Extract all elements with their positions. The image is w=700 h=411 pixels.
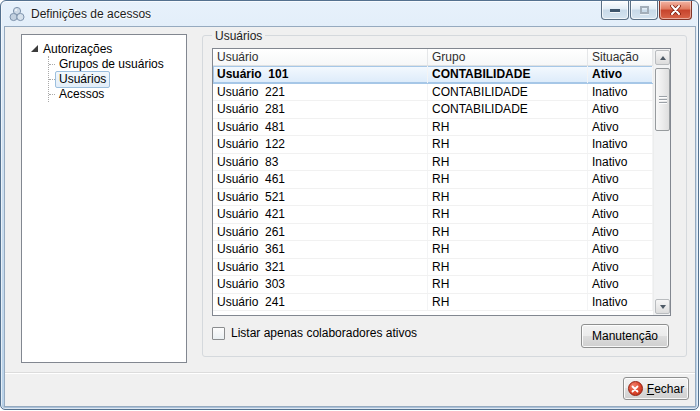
user-table-header: Usuário Grupo Situação	[213, 49, 670, 66]
authorization-tree: Autorizações Grupos de usuários Usuários…	[21, 34, 187, 363]
cell-usuario: Usuário 321	[213, 259, 428, 276]
cell-usuario: Usuário 303	[213, 276, 428, 293]
cell-usuario: Usuário 361	[213, 241, 428, 258]
cell-grupo: RH	[428, 154, 588, 171]
close-window-button[interactable]	[659, 1, 692, 20]
active-only-row: Listar apenas colaboradores ativos	[212, 326, 417, 340]
cell-usuario: Usuário 122	[213, 136, 428, 153]
cell-grupo: RH	[428, 119, 588, 136]
table-row[interactable]: Usuário 241 RH Inativo	[213, 294, 653, 312]
cell-situacao: Inativo	[588, 84, 653, 101]
cell-usuario: Usuário 221	[213, 84, 428, 101]
tree-item-label: Acessos	[55, 86, 108, 103]
minimize-icon	[610, 9, 620, 12]
cell-grupo: RH	[428, 276, 588, 293]
column-header-grupo[interactable]: Grupo	[428, 49, 588, 65]
cell-grupo: RH	[428, 206, 588, 223]
cell-usuario: Usuário 83	[213, 154, 428, 171]
table-row[interactable]: Usuário 261 RH Ativo	[213, 224, 653, 242]
cell-usuario: Usuário 261	[213, 224, 428, 241]
cell-grupo: RH	[428, 171, 588, 188]
column-header-situacao[interactable]: Situação	[588, 49, 653, 65]
close-button[interactable]: Fechar	[623, 377, 689, 400]
minimize-button[interactable]	[601, 1, 629, 20]
cell-situacao: Ativo	[588, 276, 653, 293]
table-row[interactable]: Usuário 321 RH Ativo	[213, 259, 653, 277]
dialog-window: Definições de acessos Aut	[0, 0, 699, 410]
cell-situacao: Inativo	[588, 154, 653, 171]
cell-situacao: Ativo	[588, 119, 653, 136]
table-row[interactable]: Usuário 221 CONTABILIDADE Inativo	[213, 84, 653, 102]
tree-root-label: Autorizações	[43, 42, 112, 56]
cell-grupo: RH	[428, 294, 588, 311]
user-table: Usuário Grupo Situação Usuário 101 CONTA…	[212, 48, 671, 316]
close-action-icon	[628, 381, 643, 396]
column-header-usuario[interactable]: Usuário	[213, 49, 428, 65]
cell-situacao: Ativo	[588, 259, 653, 276]
vertical-scrollbar[interactable]	[653, 49, 670, 315]
table-row[interactable]: Usuário 83 RH Inativo	[213, 154, 653, 172]
table-row[interactable]: Usuário 122 RH Inativo	[213, 136, 653, 154]
table-row[interactable]: Usuário 281 CONTABILIDADE Ativo	[213, 101, 653, 119]
cell-situacao: Ativo	[588, 189, 653, 206]
cell-situacao: Ativo	[588, 241, 653, 258]
dialog-client-area: Autorizações Grupos de usuários Usuários…	[4, 26, 696, 407]
cell-grupo: RH	[428, 224, 588, 241]
scroll-down-icon	[660, 305, 666, 309]
cell-usuario: Usuário 461	[213, 171, 428, 188]
cell-usuario: Usuário 481	[213, 119, 428, 136]
maintenance-button[interactable]: Manutenção	[581, 324, 669, 348]
table-row[interactable]: Usuário 521 RH Ativo	[213, 189, 653, 207]
table-row[interactable]: Usuário 361 RH Ativo	[213, 241, 653, 259]
table-row[interactable]: Usuário 481 RH Ativo	[213, 119, 653, 137]
titlebar[interactable]: Definições de acessos	[1, 1, 698, 26]
cell-grupo: CONTABILIDADE	[428, 101, 588, 118]
maintenance-button-label: Manutenção	[592, 329, 658, 343]
maximize-button[interactable]	[630, 1, 658, 20]
tree-node-acessos[interactable]: Acessos	[49, 87, 182, 102]
cell-situacao: Ativo	[588, 101, 653, 118]
cell-situacao: Inativo	[588, 136, 653, 153]
close-icon	[670, 5, 681, 15]
tree-node-usuarios[interactable]: Usuários	[49, 72, 182, 87]
scrollbar-thumb[interactable]	[655, 68, 670, 131]
groupbox-label: Usuários	[212, 29, 265, 43]
cell-grupo: RH	[428, 136, 588, 153]
close-button-label: Fechar	[647, 382, 684, 396]
table-row[interactable]: Usuário 461 RH Ativo	[213, 171, 653, 189]
cell-situacao: Ativo	[588, 206, 653, 223]
bottom-bar: Fechar	[5, 374, 695, 406]
user-table-body: Usuário 101 CONTABILIDADE Ativo Usuário …	[213, 66, 653, 315]
cell-usuario: Usuário 101	[213, 66, 428, 83]
cell-grupo: RH	[428, 241, 588, 258]
table-row[interactable]: Usuário 421 RH Ativo	[213, 206, 653, 224]
cell-grupo: RH	[428, 189, 588, 206]
scrollbar-grip-icon	[659, 96, 667, 104]
cell-usuario: Usuário 521	[213, 189, 428, 206]
active-only-label[interactable]: Listar apenas colaboradores ativos	[231, 326, 417, 340]
table-row[interactable]: Usuário 303 RH Ativo	[213, 276, 653, 294]
app-icon	[9, 6, 25, 22]
tree-children: Grupos de usuários Usuários Acessos	[48, 56, 182, 102]
cell-situacao: Inativo	[588, 294, 653, 311]
table-row[interactable]: Usuário 101 CONTABILIDADE Ativo	[213, 66, 653, 84]
cell-situacao: Ativo	[588, 171, 653, 188]
cell-usuario: Usuário 241	[213, 294, 428, 311]
tree-expanded-icon[interactable]	[30, 44, 39, 53]
tree-node-autorizacoes[interactable]: Autorizações	[30, 41, 182, 56]
cell-usuario: Usuário 421	[213, 206, 428, 223]
cell-situacao: Ativo	[588, 66, 653, 83]
window-title: Definições de acessos	[31, 7, 151, 21]
cell-grupo: CONTABILIDADE	[428, 66, 588, 83]
cell-usuario: Usuário 281	[213, 101, 428, 118]
active-only-checkbox[interactable]	[212, 327, 225, 340]
cell-grupo: CONTABILIDADE	[428, 84, 588, 101]
cell-situacao: Ativo	[588, 224, 653, 241]
tree-node-grupos-de-usuarios[interactable]: Grupos de usuários	[49, 57, 182, 72]
cell-grupo: RH	[428, 259, 588, 276]
scroll-down-button[interactable]	[655, 299, 670, 314]
scroll-up-button[interactable]	[655, 50, 670, 65]
usuarios-groupbox: Usuários Usuário Grupo Situação Usuário …	[202, 35, 687, 357]
scroll-up-icon	[660, 56, 666, 60]
maximize-icon	[640, 6, 649, 14]
